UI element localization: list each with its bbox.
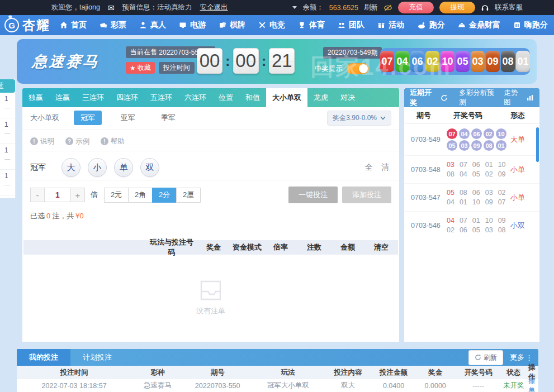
result-ball: 05 xyxy=(456,51,470,72)
unit-jiao[interactable]: 2角 xyxy=(128,188,153,203)
list-item[interactable]: 1— xyxy=(0,118,15,144)
selection-row-label: 冠军 xyxy=(30,162,46,173)
tab-silianhuan[interactable]: 四连环 xyxy=(110,88,144,107)
result-balls-panel: 07 04 06 02 10 05 03 09 08 01 xyxy=(380,48,530,75)
tab-sanlianhuan[interactable]: 三连环 xyxy=(76,88,110,107)
lottery-icon xyxy=(99,21,108,30)
nav-item-team[interactable]: 团队 xyxy=(331,20,371,30)
last-issue-badge: 20220703-549期 xyxy=(323,47,382,59)
col-count: 注数 xyxy=(297,242,331,252)
shape-label: 大单 xyxy=(510,135,539,145)
gift-icon xyxy=(377,21,386,30)
result-ball: 03 xyxy=(471,51,485,72)
refresh-icon xyxy=(475,354,481,361)
tab-lianying[interactable]: 连赢 xyxy=(49,88,76,107)
nav-item-paofen[interactable]: 跑分 xyxy=(410,20,451,30)
multiplier-input[interactable] xyxy=(45,188,70,202)
result-ball: 06 xyxy=(410,51,424,72)
toggle-knob xyxy=(359,64,368,73)
nav-item-egames[interactable]: 电游 xyxy=(172,20,212,30)
balance-caret-icon[interactable] xyxy=(292,6,297,9)
odds-dropdown[interactable]: 奖金3.90-0.0% xyxy=(327,111,391,126)
unit-li[interactable]: 2厘 xyxy=(176,188,201,203)
clear-link[interactable]: 清 xyxy=(381,162,389,173)
list-item[interactable]: 1— xyxy=(0,93,15,118)
add-bet-button[interactable]: 添加投注 xyxy=(342,187,391,203)
live-person-icon xyxy=(139,21,148,30)
list-item[interactable]: 1— xyxy=(0,170,15,195)
position-option-champion[interactable]: 冠军 xyxy=(74,111,102,125)
tab-duijue[interactable]: 对决 xyxy=(334,88,361,107)
unit-yuan[interactable]: 2元 xyxy=(104,188,129,203)
position-option-third[interactable]: 季军 xyxy=(154,111,182,125)
tab-plan-bets[interactable]: 计划投注 xyxy=(70,349,124,366)
option-small[interactable]: 小 xyxy=(88,158,107,177)
tab-wulianhuan[interactable]: 五连环 xyxy=(144,88,178,107)
result-row: 0703-548 0307060110 0804050209 小单 xyxy=(404,156,539,184)
scrollbar-thumb[interactable] xyxy=(536,127,539,162)
recent-title[interactable]: 近期开奖 xyxy=(410,88,448,108)
win-tip-toggle[interactable] xyxy=(347,63,369,74)
mail-icon[interactable]: ✉ xyxy=(108,3,115,12)
nav-item-cards[interactable]: 棋牌 xyxy=(212,20,252,30)
option-odd[interactable]: 单 xyxy=(114,158,133,177)
nav-item-haipaofen[interactable]: 嗨跑分 xyxy=(506,20,554,30)
clock-hours: 00 xyxy=(197,48,222,74)
help-link[interactable]: !帮助 xyxy=(101,137,125,146)
refresh-icon[interactable] xyxy=(441,94,448,102)
nav-item-activity[interactable]: 活动 xyxy=(371,20,410,30)
bet-lottery: 急速赛马 xyxy=(131,381,183,390)
brand-logo[interactable]: ♚G 杏耀 xyxy=(4,17,53,34)
refresh-balance-link[interactable]: 刷新 xyxy=(364,3,378,12)
tab-longhu[interactable]: 龙虎 xyxy=(307,88,334,107)
col-clear[interactable]: 清空 xyxy=(364,242,398,252)
clock-minutes: 00 xyxy=(233,48,259,74)
explain-link[interactable]: !说明 xyxy=(30,137,54,146)
betslip-table: 玩法与投注号码 奖金 资金模式 倍率 注数 金额 清空 没有注单 xyxy=(23,240,398,341)
tab-hezhi[interactable]: 和值 xyxy=(239,88,266,107)
select-all-link[interactable]: 全 xyxy=(365,162,373,173)
nav-menu: 首页 彩票 真人 电游 棋牌 电竞 体育 团队 活动 跑分 金鼎财富 嗨跑分 xyxy=(53,20,554,30)
result-ball: 09 xyxy=(471,140,482,151)
bet-summary: 已选0注，共¥0 xyxy=(30,211,86,221)
nav-item-wealth[interactable]: 金鼎财富 xyxy=(451,20,506,30)
option-big[interactable]: 大 xyxy=(61,158,81,177)
nav-item-home[interactable]: 首页 xyxy=(53,20,93,30)
brand-crown-icon: ♚G xyxy=(4,18,19,32)
tab-daxiaodanshuang[interactable]: 大小单双 xyxy=(266,88,307,107)
rabbit-icon xyxy=(416,21,427,30)
nav-item-live[interactable]: 真人 xyxy=(132,20,172,30)
nav-item-lottery[interactable]: 彩票 xyxy=(93,20,132,30)
result-row: 0703-547 0508060302 0401100907 小单 xyxy=(404,184,539,212)
eye-slash-icon[interactable] xyxy=(383,4,392,12)
customer-service-link[interactable]: 联系客服 xyxy=(495,3,523,12)
unit-fen[interactable]: 2分 xyxy=(152,188,177,203)
quick-bet-button[interactable]: 一键投注 xyxy=(288,187,338,203)
tab-weizhi[interactable]: 位置 xyxy=(212,88,239,107)
trend-link[interactable]: 走势图 xyxy=(504,88,534,107)
favorite-button[interactable]: ★收藏 xyxy=(126,62,155,74)
analysis-link[interactable]: 多彩分析预测 xyxy=(459,88,500,107)
side-tag[interactable]: 蓝 xyxy=(0,79,15,93)
more-link[interactable]: 更多⋮ xyxy=(510,352,533,362)
tab-liulianhuan[interactable]: 六连环 xyxy=(178,88,212,107)
example-link[interactable]: ?示例 xyxy=(65,137,89,146)
recharge-button[interactable]: 充值 xyxy=(398,2,434,13)
nav-item-esports[interactable]: 电竞 xyxy=(252,20,291,30)
result-ball: 04 xyxy=(459,128,470,139)
tab-my-bets[interactable]: 我的投注 xyxy=(17,349,70,366)
col-multiplier: 倍率 xyxy=(264,242,297,252)
multiplier-label: 倍 xyxy=(91,190,98,200)
multiplier-minus-button[interactable]: - xyxy=(30,188,45,202)
list-item[interactable]: 1— xyxy=(0,144,15,170)
nav-item-sports[interactable]: 体育 xyxy=(291,20,331,30)
withdraw-button[interactable]: 提现 xyxy=(439,2,475,13)
refresh-bets-button[interactable]: 刷新 xyxy=(468,350,503,365)
tab-duying[interactable]: 独赢 xyxy=(22,88,49,107)
option-even[interactable]: 双 xyxy=(140,158,159,177)
multiplier-plus-button[interactable]: + xyxy=(70,188,85,202)
position-option-second[interactable]: 亚军 xyxy=(114,111,142,125)
my-bets-table: 投注时间 彩种 期号 玩法 投注内容 投注金额 奖金 开奖号码 状态 操作 20… xyxy=(17,366,538,392)
logout-link[interactable]: 安全退出 xyxy=(200,3,228,12)
cancel-bet-link[interactable]: 撤单 xyxy=(525,376,538,392)
